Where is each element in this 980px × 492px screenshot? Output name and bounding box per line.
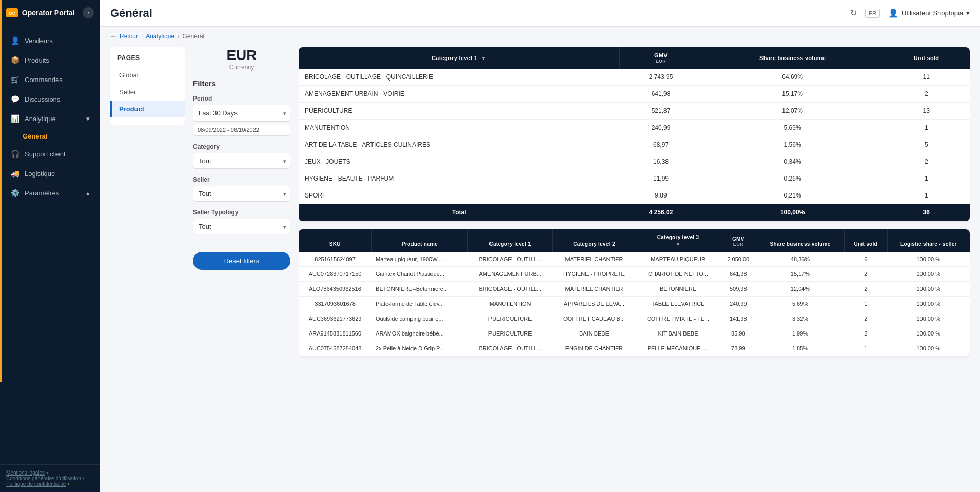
t1-units: 1 <box>883 120 970 136</box>
filter-period-group: Period Last 30 Days ▾ 08/09/2022 - 06/10… <box>193 95 290 136</box>
sidebar-label-discussions: Discussions <box>25 95 90 103</box>
sort-down-icon: ▼ <box>642 241 714 247</box>
reset-filters-button[interactable]: Reset filters <box>193 252 290 270</box>
t1-cat: ART DE LA TABLE - ARTICLES CULINAIRES <box>299 136 619 153</box>
sidebar-label-produits: Produits <box>25 56 90 64</box>
product-detail-table: SKU Product name Category level 1 Catego… <box>299 229 970 356</box>
main-area: Général ↻ FR 👤 Utilisateur Shoptopia ▾ ←… <box>100 0 980 492</box>
language-button[interactable]: FR <box>865 9 880 18</box>
sidebar-item-general[interactable]: Général <box>17 129 97 144</box>
sort-arrow-icon: ▼ <box>481 55 486 61</box>
sub-nav-analytique: Général <box>0 129 100 144</box>
t1-share: 15,17% <box>702 86 883 103</box>
dot2: • <box>83 476 85 481</box>
seller-select[interactable]: Tout <box>193 186 290 202</box>
page-item-product[interactable]: Product <box>110 101 185 117</box>
category-select[interactable]: Tout <box>193 153 290 169</box>
category-select-wrapper: Tout ▾ <box>193 153 290 169</box>
sidebar-label-commandes: Commandes <box>25 76 90 84</box>
t2-product: Giantex Chariot Plastique... <box>371 267 468 282</box>
th-units: Unit sold <box>883 47 970 69</box>
currency-display: EUR Currency <box>193 47 290 71</box>
t2-cat2: MATERIEL CHANTIER <box>553 282 636 297</box>
sidebar-item-support[interactable]: 🎧 Support client <box>3 145 97 163</box>
mentions-legales-link[interactable]: Mentions légales <box>6 470 45 476</box>
t2-cat2: MATERIEL CHANTIER <box>553 252 636 267</box>
sidebar-item-parametres[interactable]: ⚙️ Paramètres ▴ <box>3 184 97 202</box>
table2-row: AUC3693621773629 Outils de camping pour … <box>299 311 970 326</box>
t1-cat: SPORT <box>299 187 619 204</box>
t2-cat3: COFFRET MIXTE - TE... <box>636 311 720 326</box>
page-item-seller[interactable]: Seller <box>110 84 185 101</box>
sidebar-item-produits[interactable]: 📦 Produits <box>3 51 97 69</box>
filters-title: Filters <box>193 79 290 88</box>
t2-logistic: 100,00 % <box>887 252 970 267</box>
t2-cat3: MARTEAU PIQUEUR <box>636 252 720 267</box>
period-select[interactable]: Last 30 Days <box>193 105 290 122</box>
breadcrumb-retour[interactable]: Retour <box>120 33 138 40</box>
sidebar-label-logistique: Logistique <box>25 170 90 178</box>
brand-name: Operator Portal <box>22 9 75 17</box>
t2-units: 2 <box>844 311 887 326</box>
table1-scroll[interactable]: Category level 1 ▼ GMV EUR Share busines… <box>299 47 970 221</box>
t1-units: 2 <box>883 86 970 103</box>
t2-cat2: BAIN BEBE <box>553 326 636 341</box>
discussions-icon: 💬 <box>10 95 19 103</box>
politique-link[interactable]: Politique de confidentialité <box>6 481 66 487</box>
table2-header-row: SKU Product name Category level 1 Catego… <box>299 229 970 252</box>
t1-units: 2 <box>883 153 970 170</box>
sidebar-item-discussions[interactable]: 💬 Discussions <box>3 90 97 108</box>
commandes-icon: 🛒 <box>10 75 19 84</box>
t2-sku: ALO7864350962516 <box>299 282 371 297</box>
product-detail-table-wrap: SKU Product name Category level 1 Catego… <box>299 229 970 356</box>
vendeurs-icon: 👤 <box>10 36 19 45</box>
th2-sku: SKU <box>299 229 371 252</box>
t2-share: 3,32% <box>756 311 844 326</box>
t1-units: 1 <box>883 170 970 187</box>
th2-gmv-label: GMV <box>727 236 750 242</box>
table2-scroll[interactable]: SKU Product name Category level 1 Catego… <box>299 229 970 356</box>
user-menu[interactable]: 👤 Utilisateur Shoptopia ▾ <box>888 8 970 18</box>
table2-row: ALO7864350962516 BETONNIERE--Bétonnière.… <box>299 282 970 297</box>
th2-logistic: Logistic share - seller <box>887 229 970 252</box>
conditions-link[interactable]: Conditions générales d'utilisation <box>6 476 81 481</box>
produits-icon: 📦 <box>10 56 19 64</box>
table2-row: AUC0754587284048 2x Pelle à Neige D Grip… <box>299 341 970 356</box>
t2-units: 2 <box>844 267 887 282</box>
sidebar: oc Operator Portal ‹ 👤 Vendeurs 📦 Produi… <box>0 0 100 492</box>
t2-product: ARAMOX baignoire bébé... <box>371 326 468 341</box>
t2-share: 48,36% <box>756 252 844 267</box>
sidebar-label-analytique: Analytique <box>25 115 81 123</box>
t2-cat1: BRICOLAGE - OUTILL... <box>468 282 553 297</box>
t1-cat: AMENAGEMENT URBAIN - VOIRIE <box>299 86 619 103</box>
sidebar-item-vendeurs[interactable]: 👤 Vendeurs <box>3 31 97 50</box>
table1-row: BRICOLAGE - OUTILLAGE - QUINCAILLERIE 2 … <box>299 69 970 86</box>
t2-logistic: 100,00 % <box>887 267 970 282</box>
breadcrumb-analytique[interactable]: Analytique <box>146 33 174 40</box>
date-range: 08/09/2022 - 06/10/2022 <box>193 124 290 136</box>
logo-icon: oc <box>6 8 18 17</box>
sidebar-item-logistique[interactable]: 🚚 Logistique <box>3 164 97 183</box>
t1-gmv: 68,97 <box>619 136 702 153</box>
t2-cat3: CHARIOT DE NETTO... <box>636 267 720 282</box>
parametres-icon: ⚙️ <box>10 189 19 197</box>
sidebar-item-analytique[interactable]: 📊 Analytique ▾ <box>3 109 97 128</box>
user-chevron-icon: ▾ <box>966 9 970 17</box>
analytique-icon: 📊 <box>10 114 19 123</box>
sidebar-item-commandes[interactable]: 🛒 Commandes <box>3 70 97 89</box>
t1-share: 0,26% <box>702 170 883 187</box>
pages-panel-title: Pages <box>110 54 185 67</box>
category-summary-table-wrap: Category level 1 ▼ GMV EUR Share busines… <box>299 47 970 221</box>
t1-gmv: 2 743,95 <box>619 69 702 86</box>
refresh-button[interactable]: ↻ <box>850 8 857 18</box>
t1-units: 1 <box>883 187 970 204</box>
th2-cat3-label: Category level 3 <box>642 234 714 240</box>
table2-row: ARA9145831811560 ARAMOX baignoire bébé..… <box>299 326 970 341</box>
t2-cat3: PELLE MECANIQUE -... <box>636 341 720 356</box>
page-item-global[interactable]: Global <box>110 67 185 84</box>
t1-cat: PUERICULTURE <box>299 103 619 120</box>
t2-sku: AUC3693621773629 <box>299 311 371 326</box>
th2-gmv: GMV EUR <box>720 229 756 252</box>
typology-select[interactable]: Tout <box>193 219 290 234</box>
sidebar-collapse-button[interactable]: ‹ <box>83 7 94 18</box>
